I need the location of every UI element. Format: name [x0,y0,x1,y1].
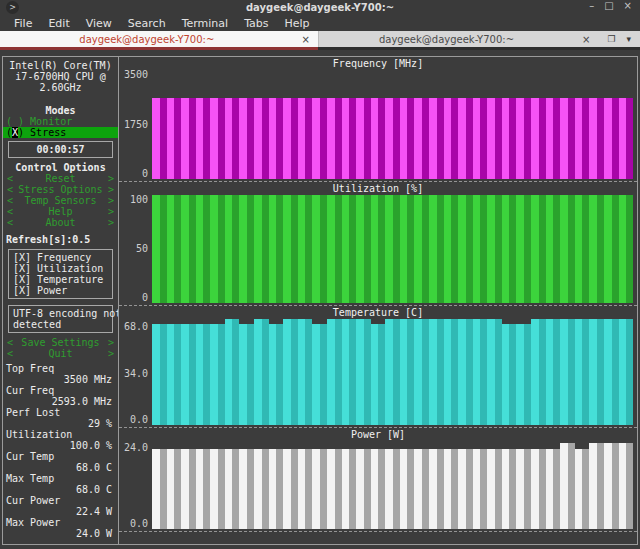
graph-temperature: Temperature [C]68.034.00.0 [119,306,637,428]
bar [604,443,619,529]
option-quit[interactable]: <Quit> [3,348,118,359]
bar [487,449,502,529]
bar [385,195,400,302]
tab-list-dropdown-icon[interactable]: ▾ [626,34,631,44]
bar [356,449,371,529]
bar [473,98,488,179]
graphs-area: Frequency [MHz]350017500Utilization [%]1… [119,57,637,544]
toggle-temperature[interactable]: [X] Temperature [13,274,108,285]
bar [560,98,575,179]
bar [254,449,269,529]
bar [400,98,415,179]
bar [356,319,371,425]
minimize-icon[interactable]: – [589,0,594,11]
bar [342,98,357,179]
toggle-frequency[interactable]: [X] Frequency [13,252,108,263]
bar [210,324,225,426]
bar [342,319,357,425]
bar [167,195,182,302]
menu-search[interactable]: Search [120,17,174,30]
bar [414,449,429,529]
tab-close-icon[interactable]: × [294,34,318,45]
menu-terminal[interactable]: Terminal [174,17,237,30]
y-axis-ticks: 350017500 [119,70,151,179]
bar [371,324,386,426]
toggle-utilization[interactable]: [X] Utilization [13,263,108,274]
menu-view[interactable]: View [78,17,120,30]
bar [210,449,225,529]
stat-value: 22.4 W [3,506,118,517]
bar [327,195,342,302]
terminal-content: Intel(R) Core(TM)i7-6700HQ CPU @2.60GHz … [0,50,640,549]
stat-value: 68.0 C [3,462,118,473]
option-temp-sensors[interactable]: <Temp Sensors> [3,195,118,206]
bar [400,319,415,425]
bar [619,195,634,302]
bar [196,324,211,426]
bar [298,98,313,179]
toggle-power[interactable]: [X] Power [13,285,108,296]
window-controls: – □ × [589,0,632,11]
modes-list: ( ) Monitor(X) Stress [3,116,118,138]
mode-monitor[interactable]: ( ) Monitor [3,116,118,127]
bar [312,324,327,426]
encoding-notice-line: UTF-8 encoding not [13,308,108,319]
stats-list: Top Freq3500 MHzCur Freq2593.0 MHzPerf L… [3,363,118,539]
bar [269,449,284,529]
active-tab-underline [0,47,640,50]
cpu-model-line: i7-6700HQ CPU @ [3,71,118,82]
bar [152,195,167,302]
bar [546,98,561,179]
stat-label: Utilization [3,429,118,440]
bar [429,319,444,425]
titlebar: > daygeek@daygeek-Y700:~ – □ × [0,0,640,15]
bar [473,195,488,302]
option-about[interactable]: <About> [3,217,118,228]
bar [356,195,371,302]
y-axis-ticks: 100500 [119,195,151,302]
option-help[interactable]: <Help> [3,206,118,217]
tab-close-icon[interactable]: × [574,34,598,45]
bar [473,319,488,425]
close-icon[interactable]: × [624,0,632,11]
bar [152,449,167,529]
y-tick: 100 [130,195,148,205]
bar [531,449,546,529]
tab-inactive[interactable]: daygeek@daygeek-Y700:~ × [318,31,598,47]
open-tab-in-window-icon[interactable]: ❐ [607,34,615,44]
bar [269,98,284,179]
bar [458,319,473,425]
option-reset[interactable]: <Reset> [3,173,118,184]
option-stress-options[interactable]: <Stress Options> [3,184,118,195]
bar [283,195,298,302]
bar [239,324,254,426]
menu-file[interactable]: File [6,17,40,30]
bar [167,324,182,426]
menu-help[interactable]: Help [277,17,318,30]
stat-label: Cur Power [3,495,118,506]
bar [283,319,298,425]
menu-tabs[interactable]: Tabs [236,17,276,30]
graph-toggle-box: [X] Frequency[X] Utilization[X] Temperat… [8,249,113,299]
bar [356,98,371,179]
bar [444,195,459,302]
cpu-model-line: 2.60GHz [3,82,118,93]
bar [152,98,167,179]
bar [298,449,313,529]
option-save-settings[interactable]: <Save Settings> [3,337,118,348]
tab-active[interactable]: daygeek@daygeek-Y700:~ × [0,31,318,47]
mode-stress[interactable]: (X) Stress [3,127,118,138]
actions-list: <Save Settings><Quit> [3,337,118,359]
graph-title-power: Power [W] [119,429,637,440]
bar [196,449,211,529]
graph-power: Power [W]24.00.0 [119,428,637,532]
stress-timer: 00:00:57 [8,141,113,158]
menu-edit[interactable]: Edit [40,17,77,30]
bar [342,449,357,529]
graph-title-temperature: Temperature [C] [119,307,637,318]
stui-sidebar: Intel(R) Core(TM)i7-6700HQ CPU @2.60GHz … [3,57,119,544]
tabbar: daygeek@daygeek-Y700:~ × daygeek@daygeek… [0,31,640,47]
cpu-model-line: Intel(R) Core(TM) [3,60,118,71]
maximize-icon[interactable]: □ [604,0,613,11]
stat-value: 68.0 C [3,484,118,495]
